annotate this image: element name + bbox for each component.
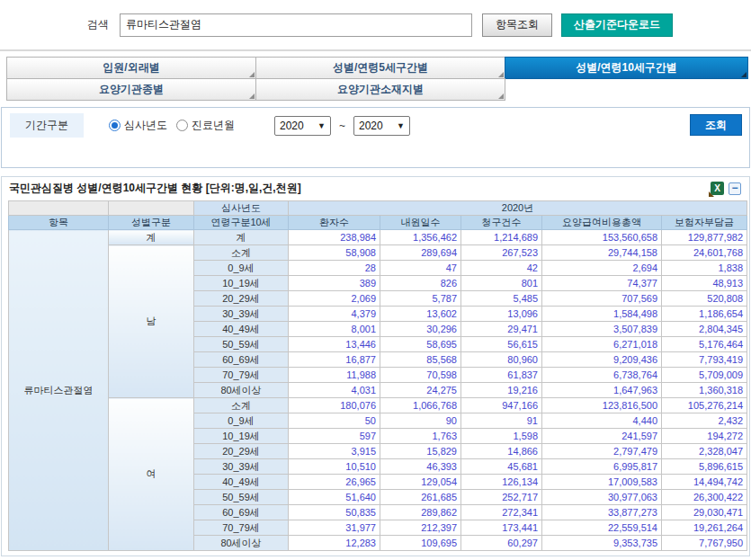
value-cell: 29,030,471 [662, 505, 747, 520]
query-button[interactable]: 조회 [690, 114, 742, 136]
value-cell: 180,076 [289, 398, 380, 413]
value-cell: 48,913 [662, 276, 747, 291]
value-cell: 29,471 [461, 322, 542, 337]
age-cell: 10_19세 [194, 429, 289, 444]
item-lookup-button[interactable]: 항목조회 [482, 13, 552, 37]
value-cell: 5,896,615 [662, 459, 747, 475]
header-row-2: 항목 성별구분 연령구분10세 환자수 내원일수 청구건수 요양급여비용총액 보… [9, 216, 747, 230]
value-cell: 4,379 [289, 307, 380, 322]
age-cell: 0_9세 [194, 261, 289, 276]
value-cell: 17,009,583 [542, 475, 662, 490]
col-header-patients: 환자수 [289, 216, 380, 230]
radio-selected-icon[interactable] [109, 120, 121, 131]
value-cell: 194,272 [662, 429, 747, 444]
age-cell: 60_69세 [194, 352, 289, 368]
period-type-label: 기간구분 [10, 113, 84, 138]
value-cell: 13,446 [289, 337, 380, 352]
value-cell: 19,216 [461, 383, 542, 398]
period-radio-group: 심사년도진료년월 [109, 118, 244, 133]
value-cell: 261,685 [380, 490, 461, 505]
value-cell: 4,031 [289, 383, 380, 398]
value-cell: 11,988 [289, 368, 380, 383]
col-header-visit-days: 내원일수 [380, 216, 461, 230]
value-cell: 109,695 [380, 536, 461, 551]
age-cell: 0_9세 [194, 413, 289, 429]
value-cell: 801 [461, 276, 542, 291]
value-cell: 56,615 [461, 337, 542, 352]
tab-row-1: 입원/외래별성별/연령5세구간별성별/연령10세구간별 [6, 57, 751, 79]
value-cell: 2,797,479 [542, 444, 662, 459]
item-cell: 류마티스관절염 [9, 230, 109, 551]
value-cell: 212,397 [380, 520, 461, 536]
result-table-panel: 국민관심질병 성별/연령10세구간별 현황 [단위:명,일,건,천원] X − … [1, 176, 750, 556]
value-cell: 173,441 [461, 520, 542, 536]
tab-요양기관종별[interactable]: 요양기관종별 [6, 78, 256, 101]
value-cell: 1,838 [662, 261, 747, 276]
value-cell: 707,569 [542, 291, 662, 307]
value-cell: 51,640 [289, 490, 380, 505]
value-cell: 126,134 [461, 475, 542, 490]
value-cell: 289,694 [380, 245, 461, 261]
year-from-value: 2020 [280, 120, 304, 132]
value-cell: 2,804,345 [662, 322, 747, 337]
year-to-value: 2020 [359, 120, 383, 132]
header-blank [109, 201, 194, 216]
value-cell: 74,377 [542, 276, 662, 291]
value-cell: 70,598 [380, 368, 461, 383]
value-cell: 19,261,264 [662, 520, 747, 536]
tab-fold-icon [498, 93, 504, 99]
value-cell: 252,717 [461, 490, 542, 505]
value-cell: 241,597 [542, 429, 662, 444]
tab-성별/연령5세구간별[interactable]: 성별/연령5세구간별 [255, 57, 505, 79]
value-cell: 105,276,214 [662, 398, 747, 413]
value-cell: 129,877,982 [662, 230, 747, 245]
radio-심사년도[interactable]: 심사년도 [109, 118, 167, 133]
value-cell: 6,738,764 [542, 368, 662, 383]
tab-요양기관소재지별[interactable]: 요양기관소재지별 [255, 78, 505, 101]
year-to-select[interactable]: 2020 ▼ [353, 116, 410, 136]
gender-cell: 계 [109, 230, 194, 245]
value-cell: 3,507,839 [542, 322, 662, 337]
value-cell: 12,283 [289, 536, 380, 551]
value-cell: 238,984 [289, 230, 380, 245]
age-cell: 10_19세 [194, 276, 289, 291]
value-cell: 24,275 [380, 383, 461, 398]
radio-진료년월[interactable]: 진료년월 [176, 118, 235, 133]
header-blank [9, 201, 109, 216]
value-cell: 8,001 [289, 322, 380, 337]
search-bar: 검색 항목조회 산출기준다운로드 [0, 0, 751, 51]
radio-unselected-icon[interactable] [176, 120, 188, 131]
value-cell: 58,695 [380, 337, 461, 352]
age-cell: 30_39세 [194, 459, 289, 475]
search-input[interactable] [120, 13, 472, 37]
value-cell: 2,328,047 [662, 444, 747, 459]
age-cell: 소계 [194, 245, 289, 261]
criteria-download-button[interactable]: 산출기준다운로드 [561, 13, 673, 37]
tab-fold-icon [498, 72, 504, 77]
value-cell: 45,681 [461, 459, 542, 475]
value-cell: 26,965 [289, 475, 380, 490]
tab-성별/연령10세구간별[interactable]: 성별/연령10세구간별 [505, 57, 748, 79]
value-cell: 50 [289, 413, 380, 429]
excel-download-icon[interactable]: X [711, 182, 724, 195]
col-header-item: 항목 [9, 216, 109, 230]
tab-입원/외래별[interactable]: 입원/외래별 [6, 57, 256, 79]
value-cell: 13,602 [380, 307, 461, 322]
value-cell: 2,694 [542, 261, 662, 276]
value-cell: 30,977,063 [542, 490, 662, 505]
value-cell: 1,186,654 [662, 307, 747, 322]
tab-row-2: 요양기관종별요양기관소재지별 [6, 79, 751, 101]
year-from-select[interactable]: 2020 ▼ [274, 116, 331, 136]
value-cell: 1,214,689 [461, 230, 542, 245]
age-cell: 80세이상 [194, 383, 289, 398]
col-header-gender: 성별구분 [109, 216, 194, 230]
col-header-insurer-payment: 보험자부담금 [662, 216, 747, 230]
value-cell: 50,835 [289, 505, 380, 520]
value-cell: 58,908 [289, 245, 380, 261]
table-row: 남소계58,908289,694267,52329,744,15824,601,… [9, 245, 747, 261]
collapse-icon[interactable]: − [729, 182, 741, 195]
radio-label: 진료년월 [192, 118, 235, 133]
table-title: 국민관심질병 성별/연령10세구간별 현황 [단위:명,일,건,천원] [9, 181, 711, 196]
value-cell: 15,829 [380, 444, 461, 459]
value-cell: 61,837 [461, 368, 542, 383]
